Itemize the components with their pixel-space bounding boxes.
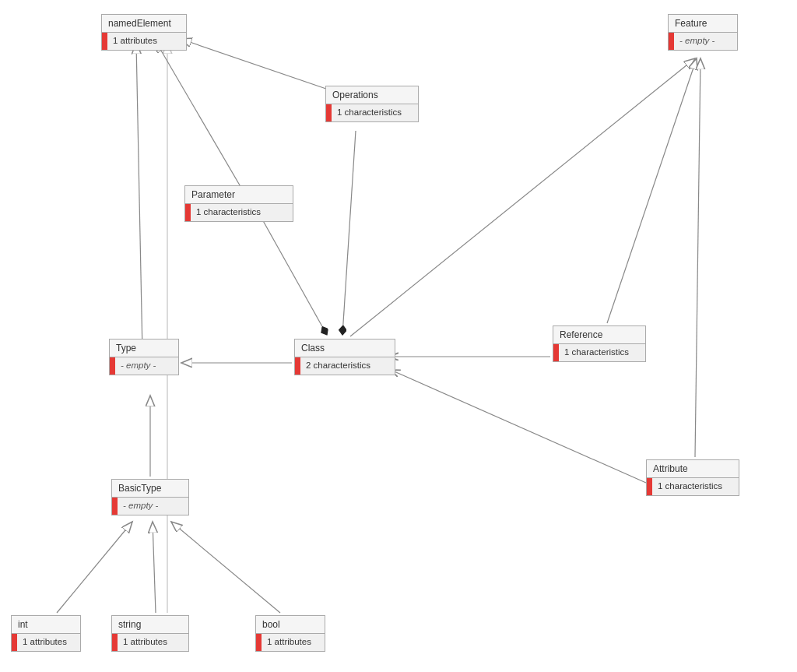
box-bool-title: bool [256, 616, 325, 634]
box-string[interactable]: string 1 attributes [111, 615, 189, 652]
box-reference[interactable]: Reference 1 characteristics [553, 325, 646, 362]
box-int-title: int [12, 616, 80, 634]
box-int[interactable]: int 1 attributes [11, 615, 81, 652]
box-parameter[interactable]: Parameter 1 characteristics [184, 185, 293, 222]
box-attribute-body: 1 characteristics [647, 478, 739, 495]
svg-line-15 [57, 522, 132, 613]
box-basicType-body: - empty - [112, 498, 188, 515]
box-operations-title: Operations [326, 86, 418, 104]
box-parameter-body: 1 characteristics [185, 204, 293, 221]
box-bool-body: 1 attributes [256, 634, 325, 651]
box-type[interactable]: Type - empty - [109, 339, 179, 375]
box-type-title: Type [110, 340, 178, 357]
svg-line-5 [136, 43, 142, 352]
diagram-container: namedElement 1 attributes Feature - empt… [0, 0, 797, 672]
box-attribute-title: Attribute [647, 460, 739, 478]
box-basicType-title: BasicType [112, 480, 188, 498]
svg-line-16 [153, 522, 156, 613]
box-string-body: 1 attributes [112, 634, 188, 651]
box-feature-body: - empty - [669, 33, 737, 50]
box-reference-title: Reference [553, 326, 645, 344]
box-namedElement-title: namedElement [102, 15, 186, 33]
box-namedElement-body: 1 attributes [102, 33, 186, 50]
box-class-title: Class [295, 340, 395, 357]
box-operations-body: 1 characteristics [326, 104, 418, 121]
box-class-body: 2 characteristics [295, 357, 395, 375]
box-basicType[interactable]: BasicType - empty - [111, 479, 189, 515]
box-class[interactable]: Class 2 characteristics [294, 339, 395, 375]
box-type-body: - empty - [110, 357, 178, 375]
box-feature[interactable]: Feature - empty - [668, 14, 738, 51]
box-parameter-title: Parameter [185, 186, 293, 204]
svg-line-7 [607, 58, 697, 323]
svg-line-10 [262, 218, 327, 335]
svg-line-17 [171, 522, 280, 613]
box-int-body: 1 attributes [12, 634, 80, 651]
box-feature-title: Feature [669, 15, 737, 33]
box-namedElement[interactable]: namedElement 1 attributes [101, 14, 187, 51]
box-attribute[interactable]: Attribute 1 characteristics [646, 459, 739, 496]
svg-line-4 [156, 41, 248, 199]
box-string-title: string [112, 616, 188, 634]
svg-line-8 [695, 58, 700, 457]
box-operations[interactable]: Operations 1 characteristics [325, 86, 419, 122]
box-bool[interactable]: bool 1 attributes [255, 615, 325, 652]
svg-line-13 [391, 370, 646, 483]
box-reference-body: 1 characteristics [553, 344, 645, 361]
svg-line-9 [342, 131, 356, 335]
